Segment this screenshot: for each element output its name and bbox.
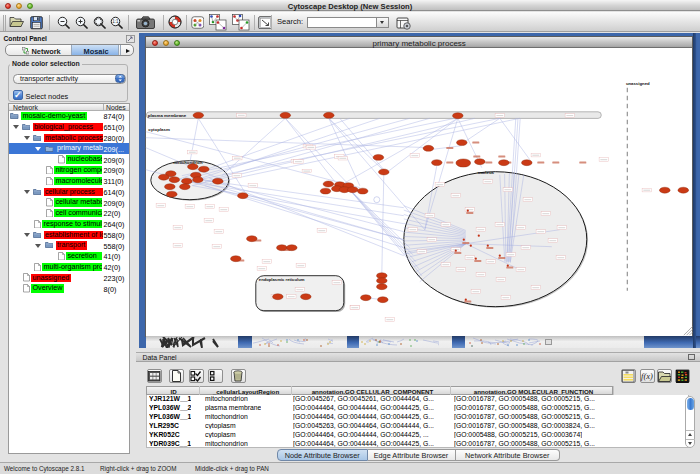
svg-text:nucleus: nucleus [478,170,495,175]
svg-text:cytoplasm: cytoplasm [148,127,170,132]
svg-text:f(x): f(x) [641,371,653,381]
svg-text:1:1: 1:1 [112,19,119,24]
svg-text:plasma membrane: plasma membrane [148,113,187,118]
svg-text:mitochondrion: mitochondrion [173,160,203,165]
svg-text:unassigned: unassigned [626,82,650,87]
svg-text:endoplasmic reticulum: endoplasmic reticulum [259,278,305,283]
